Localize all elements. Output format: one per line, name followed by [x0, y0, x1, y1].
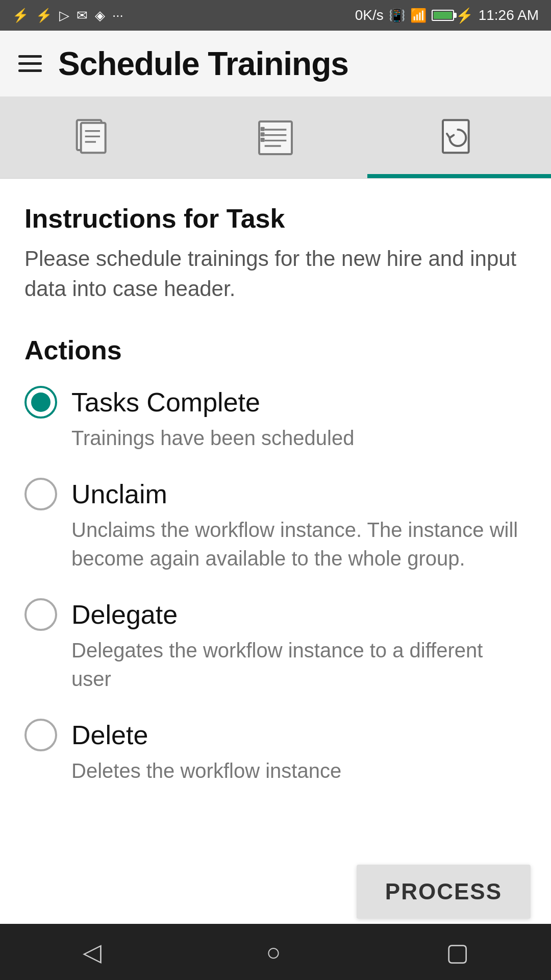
- radio-delete[interactable]: [24, 719, 57, 751]
- delete-description: Deletes the workflow instance: [71, 756, 527, 785]
- status-bar-left: ⚡ ⚡ ▷ ✉ ◈ ···: [12, 8, 123, 23]
- instructions-text: Please schedule trainings for the new hi…: [24, 244, 527, 304]
- unclaim-label: Unclaim: [71, 479, 167, 509]
- actions-title: Actions: [24, 335, 527, 365]
- tab-documents[interactable]: [0, 97, 184, 178]
- delegate-description: Delegates the workflow instance to a dif…: [71, 636, 527, 693]
- option-delegate-row[interactable]: Delegate: [24, 598, 527, 631]
- instructions-title: Instructions for Task: [24, 203, 527, 234]
- radio-delegate[interactable]: [24, 598, 57, 631]
- charging-icon: ⚡: [456, 7, 473, 24]
- radio-tasks-complete[interactable]: [24, 386, 57, 419]
- home-icon: ○: [266, 938, 281, 966]
- option-tasks-complete[interactable]: Tasks Complete Trainings have been sched…: [24, 386, 527, 452]
- speed-indicator: 0K/s: [355, 7, 384, 23]
- status-bar: ⚡ ⚡ ▷ ✉ ◈ ··· 0K/s 📳 📶 ⚡ 11:26 AM: [0, 0, 551, 31]
- process-btn-container: PROCESS: [357, 865, 531, 919]
- delete-label: Delete: [71, 720, 148, 750]
- content-area: Instructions for Task Please schedule tr…: [0, 179, 551, 913]
- svg-rect-12: [261, 138, 265, 142]
- page-title: Schedule Trainings: [58, 45, 348, 83]
- more-icon: ···: [112, 8, 123, 23]
- svg-rect-13: [443, 120, 469, 153]
- unclaim-description: Unclaims the workflow instance. The inst…: [71, 516, 527, 573]
- back-button[interactable]: ◁: [83, 938, 102, 966]
- process-button[interactable]: PROCESS: [357, 865, 531, 919]
- recent-icon: ▢: [446, 938, 469, 966]
- option-delete[interactable]: Delete Deletes the workflow instance: [24, 719, 527, 785]
- option-delete-row[interactable]: Delete: [24, 719, 527, 751]
- header: Schedule Trainings: [0, 31, 551, 97]
- option-unclaim-row[interactable]: Unclaim: [24, 478, 527, 510]
- svg-rect-10: [261, 127, 265, 131]
- home-button[interactable]: ○: [266, 938, 281, 966]
- tab-task-actions[interactable]: [367, 97, 551, 178]
- signal-icon: ▷: [59, 8, 69, 23]
- status-bar-right: 0K/s 📳 📶 ⚡ 11:26 AM: [355, 7, 539, 24]
- usb-icon: ⚡: [12, 8, 29, 23]
- delegate-label: Delegate: [71, 599, 178, 630]
- nav-bar: ◁ ○ ▢: [0, 924, 551, 980]
- tab-list[interactable]: [184, 97, 367, 178]
- back-icon: ◁: [83, 938, 102, 966]
- menu-button[interactable]: [18, 55, 42, 72]
- battery-indicator: ⚡: [432, 7, 473, 24]
- svg-rect-1: [81, 122, 106, 153]
- time-display: 11:26 AM: [479, 7, 539, 23]
- svg-rect-5: [259, 121, 292, 154]
- wifi-icon: 📶: [410, 8, 427, 23]
- documents-icon: [71, 117, 112, 158]
- tasks-complete-description: Trainings have been scheduled: [71, 424, 527, 452]
- mail-icon: ✉: [77, 8, 88, 23]
- option-unclaim[interactable]: Unclaim Unclaims the workflow instance. …: [24, 478, 527, 573]
- refresh-doc-icon: [439, 117, 480, 158]
- option-delegate[interactable]: Delegate Delegates the workflow instance…: [24, 598, 527, 693]
- vibrate-icon: 📳: [389, 8, 405, 23]
- list-icon: [255, 117, 296, 158]
- svg-rect-11: [261, 132, 265, 136]
- usb2-icon: ⚡: [36, 8, 52, 23]
- option-tasks-complete-row[interactable]: Tasks Complete: [24, 386, 527, 419]
- location-icon: ◈: [95, 8, 105, 23]
- tasks-complete-label: Tasks Complete: [71, 387, 260, 418]
- tab-bar: [0, 97, 551, 179]
- radio-unclaim[interactable]: [24, 478, 57, 510]
- recent-button[interactable]: ▢: [446, 938, 469, 966]
